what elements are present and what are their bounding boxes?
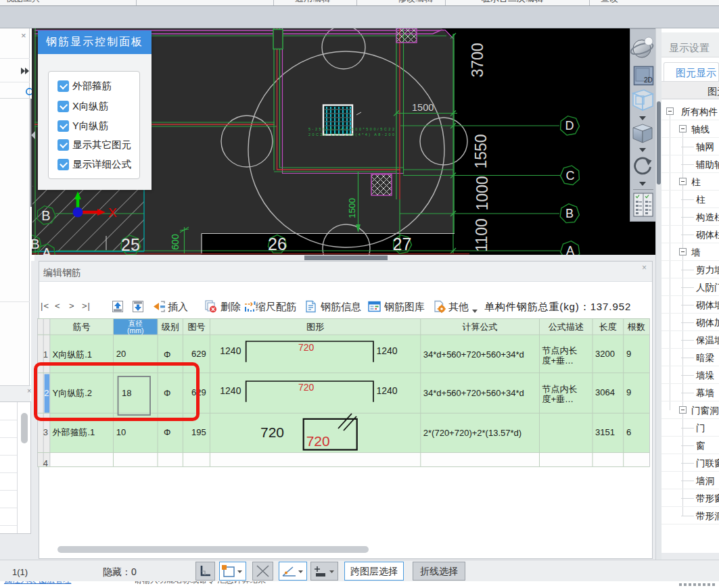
- svg-text:3: 3: [43, 427, 48, 437]
- svg-text:720: 720: [298, 382, 315, 393]
- svg-text:4: 4: [43, 458, 48, 468]
- svg-text:1550: 1550: [472, 134, 490, 168]
- svg-text:720: 720: [298, 342, 315, 353]
- svg-text:计算公式: 计算公式: [463, 322, 498, 332]
- svg-text:根数: 根数: [627, 322, 645, 332]
- svg-text:20: 20: [116, 349, 126, 359]
- svg-text:A: A: [566, 244, 574, 255]
- svg-text:图形: 图形: [306, 322, 324, 332]
- svg-text:图号: 图号: [187, 322, 205, 332]
- svg-text:2*(720+720)+2*(13.57*d): 2*(720+720)+2*(13.57*d): [423, 428, 521, 438]
- svg-text:C: C: [566, 169, 575, 182]
- svg-text:195: 195: [191, 427, 206, 437]
- svg-text:D: D: [565, 119, 574, 132]
- svg-text:720: 720: [260, 424, 284, 440]
- svg-text:2D: 2D: [644, 76, 653, 84]
- svg-text:1240: 1240: [220, 385, 241, 396]
- svg-text:9: 9: [626, 387, 631, 397]
- svg-text:X: X: [108, 205, 117, 220]
- svg-text:节点内长: 节点内长: [542, 384, 578, 394]
- svg-text:筋号: 筋号: [73, 322, 91, 332]
- svg-text:度+垂…: 度+垂…: [542, 394, 574, 404]
- svg-text:B: B: [565, 207, 574, 220]
- svg-text:6: 6: [626, 427, 631, 437]
- svg-text:1500: 1500: [412, 102, 434, 113]
- svg-text:629: 629: [191, 349, 206, 359]
- svg-text:1: 1: [43, 349, 48, 360]
- svg-text:27: 27: [393, 235, 412, 253]
- svg-text:34*d+560+720+560+34*d: 34*d+560+720+560+34*d: [423, 349, 524, 360]
- svg-text:1240: 1240: [220, 345, 241, 356]
- svg-text:34*d+560+720+560+34*d: 34*d+560+720+560+34*d: [423, 388, 524, 398]
- svg-text:20C20-100/200(4*4) A8-200: 20C20-100/200(4*4) A8-200: [308, 132, 394, 137]
- svg-text:9: 9: [626, 349, 631, 359]
- svg-text:1240: 1240: [376, 385, 397, 396]
- svg-text:Φ: Φ: [164, 427, 170, 437]
- svg-text:X向纵筋.1: X向纵筋.1: [53, 349, 93, 360]
- svg-text:1100: 1100: [473, 218, 490, 251]
- svg-text:26: 26: [268, 235, 287, 253]
- svg-text:(mm): (mm): [127, 326, 144, 335]
- svg-text:B: B: [41, 208, 50, 223]
- svg-text:1240: 1240: [376, 345, 397, 356]
- svg-text:B: B: [32, 237, 40, 251]
- svg-text:外部箍筋.1: 外部箍筋.1: [52, 427, 95, 437]
- svg-text:Φ: Φ: [164, 349, 170, 360]
- svg-text:600: 600: [170, 234, 181, 250]
- svg-text:1500: 1500: [347, 198, 357, 218]
- svg-text:公式描述: 公式描述: [549, 322, 584, 332]
- svg-text:1000: 1000: [473, 176, 491, 210]
- svg-text:720: 720: [306, 433, 330, 449]
- svg-text:节点内长: 节点内长: [542, 345, 578, 356]
- svg-text:长度: 长度: [599, 322, 617, 332]
- svg-text:3064: 3064: [595, 387, 615, 397]
- svg-text:10: 10: [116, 427, 126, 437]
- svg-text:3700: 3700: [469, 43, 486, 77]
- svg-text:A: A: [42, 245, 51, 255]
- svg-text:3151: 3151: [595, 427, 615, 437]
- svg-text:度+垂…: 度+垂…: [542, 356, 574, 366]
- svg-text:级别: 级别: [162, 322, 179, 332]
- svg-text:3200: 3200: [595, 349, 615, 359]
- svg-text:25: 25: [121, 235, 140, 254]
